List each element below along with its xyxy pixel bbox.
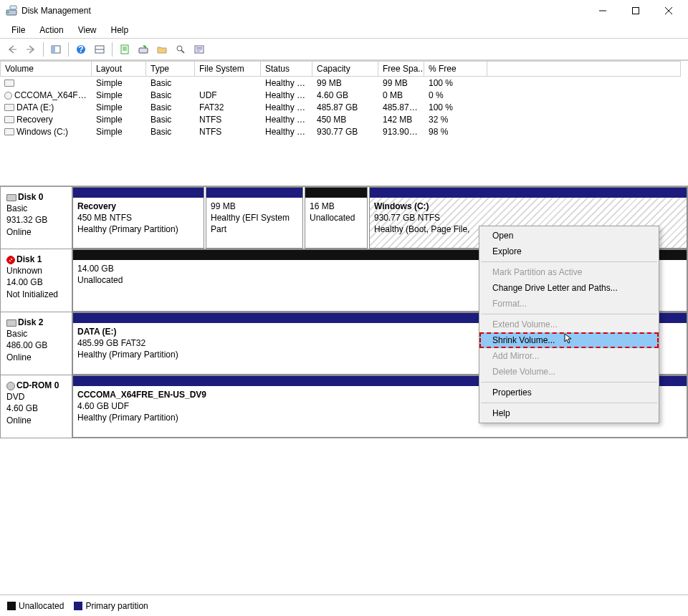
menu-action[interactable]: Action [32, 24, 70, 37]
app-icon [6, 5, 17, 16]
col-free[interactable]: Free Spa... [378, 61, 424, 77]
svg-line-16 [181, 50, 184, 53]
find-button[interactable] [173, 42, 188, 57]
toolbar: ? [0, 39, 688, 60]
col-type[interactable]: Type [146, 61, 195, 77]
partition-body: 99 MBHealthy (EFI System Part [206, 198, 302, 248]
context-item-mark-partition-as-active: Mark Partition as Active [479, 264, 659, 280]
table-row[interactable]: Windows (C:)SimpleBasicNTFSHealthy (B...… [0, 125, 688, 138]
minimize-button[interactable] [586, 0, 619, 21]
context-separator [481, 261, 657, 262]
col-pct[interactable]: % Free [424, 61, 487, 77]
partition[interactable]: 99 MBHealthy (EFI System Part [206, 187, 303, 249]
context-item-change-drive-letter-and-paths[interactable]: Change Drive Letter and Paths... [479, 280, 659, 296]
maximize-button[interactable] [619, 0, 652, 21]
context-item-format: Format... [479, 296, 659, 312]
table-row[interactable]: SimpleBasicHealthy (E...99 MB99 MB100 % [0, 77, 688, 89]
svg-text:?: ? [78, 44, 83, 54]
context-item-properties[interactable]: Properties [479, 385, 659, 400]
refresh-button[interactable] [117, 42, 133, 57]
col-status[interactable]: Status [261, 61, 312, 77]
legend: Unallocated Primary partition [0, 595, 688, 616]
volume-table: Volume Layout Type File System Status Ca… [0, 60, 688, 186]
partition-header [73, 188, 204, 198]
context-separator [481, 382, 657, 382]
col-extra[interactable] [487, 61, 681, 77]
partition-header [206, 188, 302, 198]
svg-rect-4 [633, 8, 639, 14]
table-row[interactable]: DATA (E:)SimpleBasicFAT32Healthy (P...48… [0, 101, 688, 113]
legend-primary: Primary partition [74, 601, 148, 611]
forward-button[interactable] [23, 42, 39, 57]
context-item-help[interactable]: Help [479, 405, 659, 421]
context-menu: OpenExploreMark Partition as ActiveChang… [479, 226, 659, 423]
help-button[interactable]: ? [73, 42, 89, 57]
window-title: Disk Management [22, 6, 586, 16]
menu-help[interactable]: Help [104, 24, 136, 37]
disk-label[interactable]: Disk 1Unknown14.00 GBNot Initialized [1, 249, 72, 312]
table-row[interactable]: CCCOMA_X64FRE...SimpleBasicUDFHealthy (P… [0, 89, 688, 101]
context-item-shrink-volume[interactable]: Shrink Volume... [479, 332, 659, 348]
disk-label[interactable]: Disk 0Basic931.32 GBOnline [1, 187, 72, 249]
context-item-explore[interactable]: Explore [479, 244, 659, 259]
menu-view[interactable]: View [71, 24, 104, 37]
partition[interactable]: Recovery450 MB NTFSHealthy (Primary Part… [72, 187, 204, 249]
back-button[interactable] [4, 42, 20, 57]
table-header: Volume Layout Type File System Status Ca… [0, 61, 688, 77]
rescan-disks-button[interactable] [135, 42, 151, 57]
table-row[interactable]: RecoverySimpleBasicNTFSHealthy (P...450 … [0, 113, 688, 125]
cursor-icon [564, 333, 573, 345]
properties-toolbar-button[interactable] [191, 42, 207, 57]
disk-label[interactable]: Disk 2Basic486.00 GBOnline [1, 312, 72, 375]
partition-header [370, 188, 687, 198]
open-folder-button[interactable] [154, 42, 170, 57]
menu-file[interactable]: File [4, 24, 32, 37]
close-button[interactable] [652, 0, 685, 21]
show-hide-console-button[interactable] [48, 42, 64, 57]
partition-body: 16 MBUnallocated [305, 198, 367, 248]
legend-unallocated: Unallocated [7, 601, 64, 611]
svg-rect-13 [121, 45, 128, 54]
partition-header [305, 188, 367, 198]
svg-rect-2 [10, 6, 16, 9]
context-item-extend-volume: Extend Volume... [479, 317, 659, 332]
svg-rect-20 [196, 51, 200, 52]
titlebar: Disk Management [0, 0, 688, 21]
settings-view-button[interactable] [92, 42, 108, 57]
svg-rect-8 [52, 46, 55, 53]
menubar: File Action View Help [0, 21, 688, 39]
context-separator [481, 403, 657, 403]
svg-rect-18 [196, 47, 202, 49]
context-item-open[interactable]: Open [479, 228, 659, 244]
context-item-delete-volume: Delete Volume... [479, 364, 659, 380]
context-separator [481, 314, 657, 314]
col-fs[interactable]: File System [195, 61, 261, 77]
svg-rect-19 [196, 49, 202, 50]
svg-rect-1 [7, 11, 9, 13]
col-layout[interactable]: Layout [92, 61, 146, 77]
partition-body: Recovery450 MB NTFSHealthy (Primary Part… [73, 198, 204, 248]
context-item-add-mirror: Add Mirror... [479, 348, 659, 364]
col-volume[interactable]: Volume [0, 61, 92, 77]
svg-rect-14 [139, 48, 148, 53]
col-capacity[interactable]: Capacity [312, 61, 378, 77]
disk-label[interactable]: CD-ROM 0DVD4.60 GBOnline [1, 375, 72, 438]
partition[interactable]: 16 MBUnallocated [305, 187, 368, 249]
svg-point-15 [177, 46, 182, 51]
